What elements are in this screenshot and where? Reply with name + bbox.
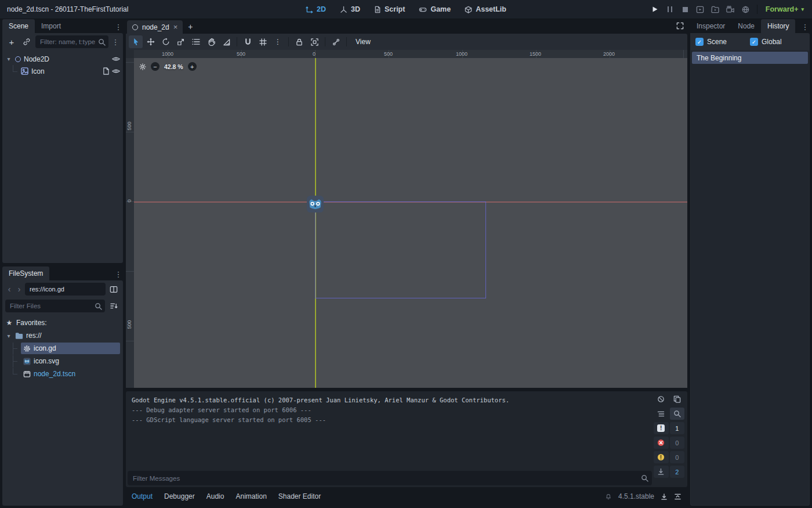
tree-row-node2d[interactable]: ▾ Node2D [2, 53, 123, 65]
play-scene-button[interactable] [694, 3, 707, 16]
play-button[interactable] [648, 3, 662, 16]
smart-snap-toggle[interactable] [241, 35, 255, 48]
history-item-the-beginning[interactable]: The Beginning [692, 52, 808, 64]
rotate-tool-button[interactable] [159, 35, 173, 48]
move-tool-button[interactable] [144, 35, 158, 48]
collapse-caret-icon[interactable]: ▾ [5, 56, 12, 62]
bottom-tab-shader-editor[interactable]: Shader Editor [278, 492, 321, 500]
filter-messages-toggle[interactable]: 2 [654, 466, 685, 478]
instantiate-scene-button[interactable] [20, 35, 33, 48]
filesystem-dock-menu-button[interactable]: ⋮ [114, 268, 123, 280]
bottom-tab-audio[interactable]: Audio [206, 492, 224, 500]
search-output-button[interactable] [670, 408, 684, 420]
favorites-row[interactable]: ★ Favorites: [2, 316, 123, 329]
workspace-tab-script[interactable]: Script [369, 3, 410, 16]
canvas-area[interactable]: − 42.8 % + [134, 58, 687, 388]
tab-filesystem[interactable]: FileSystem [2, 266, 49, 280]
pause-button[interactable] [664, 3, 677, 16]
script-icon [374, 6, 381, 13]
snapping-options-button[interactable]: ⋮ [271, 35, 285, 48]
top-ruler: 1000 500 0 500 1000 1500 2000 [134, 50, 687, 58]
remote-debug-button[interactable] [739, 3, 752, 16]
toggle-distraction-free-button[interactable] [676, 22, 684, 30]
select-tool-button[interactable] [129, 35, 143, 48]
tab-import[interactable]: Import [35, 19, 67, 33]
workspace-tab-game[interactable]: Game [414, 3, 456, 16]
scene-toolbar-menu-button[interactable]: ⋮ [111, 35, 120, 48]
group-node-button[interactable] [307, 35, 321, 48]
pan-tool-button[interactable] [204, 35, 218, 48]
tree-guide [13, 355, 18, 368]
filter-files-input[interactable] [5, 300, 105, 312]
sort-files-button[interactable] [107, 300, 120, 312]
view-menu-button[interactable]: View [350, 37, 376, 47]
collapse-caret-icon[interactable]: ▾ [5, 333, 12, 339]
scene-toolbar: + ⋮ [2, 33, 123, 51]
search-icon [673, 410, 681, 417]
tab-node[interactable]: Node [731, 19, 761, 33]
movie-maker-button[interactable] [724, 3, 737, 16]
copy-output-button[interactable] [670, 393, 684, 405]
toggle-split-mode-button[interactable] [107, 283, 120, 296]
tab-inspector[interactable]: Inspector [690, 19, 731, 33]
center-view-icon[interactable] [139, 63, 146, 70]
2d-viewport[interactable]: 1000 500 0 500 1000 1500 2000 500 0 500 [126, 50, 687, 388]
scene-history-checkbox[interactable]: ✓ Scene [695, 38, 750, 46]
zoom-out-button[interactable]: − [151, 62, 160, 71]
right-dock-menu-button[interactable]: ⋮ [800, 20, 810, 33]
zoom-level[interactable]: 42.8 % [164, 63, 183, 70]
file-row-icon-gd[interactable]: icon.gd [2, 342, 123, 355]
skeleton-options-button[interactable] [329, 35, 343, 48]
tree-row-icon[interactable]: Icon [2, 65, 123, 77]
close-tab-icon[interactable]: × [173, 23, 178, 31]
collapse-duplicates-button[interactable] [654, 408, 668, 420]
scale-tool-button[interactable] [174, 35, 188, 48]
project-viewport-rect [315, 201, 486, 298]
history-forward-button[interactable]: › [15, 284, 23, 294]
scene-tab-node2d[interactable]: node_2d × [127, 20, 183, 34]
tab-history[interactable]: History [761, 19, 795, 33]
movie-maker-icon [726, 6, 734, 13]
file-row-node2d-tscn[interactable]: node_2d.tscn [2, 368, 123, 380]
lock-node-button[interactable] [292, 35, 306, 48]
tab-scene[interactable]: Scene [2, 19, 35, 33]
history-back-button[interactable]: ‹ [5, 284, 13, 294]
scene-dock-tabs: Scene Import ⋮ [2, 19, 123, 33]
workspace-tab-2d[interactable]: 2D [300, 3, 331, 16]
visibility-eye-icon[interactable] [112, 56, 120, 62]
global-history-checkbox[interactable]: ✓ Global [750, 38, 804, 46]
res-root-row[interactable]: ▾ res:// [2, 329, 123, 342]
grid-snap-toggle[interactable] [256, 35, 270, 48]
expand-icon [676, 22, 684, 30]
scene-dock-menu-button[interactable]: ⋮ [114, 20, 123, 33]
sort-icon [110, 302, 118, 309]
file-row-icon-svg[interactable]: icon.svg [2, 355, 123, 368]
expand-bottom-panel-icon[interactable] [674, 493, 682, 500]
filter-warnings-toggle[interactable]: 0 [654, 451, 685, 463]
icon-sprite[interactable] [306, 195, 324, 213]
bottom-tab-animation[interactable]: Animation [235, 492, 266, 500]
bottom-tab-debugger[interactable]: Debugger [164, 492, 195, 500]
float-panel-icon[interactable] [661, 493, 668, 500]
visibility-eye-icon[interactable] [112, 68, 120, 74]
clear-output-button[interactable] [654, 393, 668, 405]
ruler-tool-button[interactable] [219, 35, 233, 48]
add-node-button[interactable]: + [5, 35, 18, 48]
play-custom-scene-button[interactable] [709, 3, 722, 16]
notifications-bell-icon[interactable] [605, 493, 612, 500]
workspace-tab-assetlib[interactable]: AssetLib [459, 3, 512, 16]
renderer-dropdown[interactable]: Forward+ ▾ [762, 3, 807, 15]
bottom-tab-output[interactable]: Output [132, 492, 153, 500]
attached-script-icon[interactable] [103, 67, 109, 75]
scene-tab-icon [132, 24, 138, 30]
list-select-button[interactable] [189, 35, 203, 48]
important-icon: ! [657, 424, 665, 432]
filter-important-toggle[interactable]: ! 1 [654, 422, 685, 434]
current-path-field[interactable] [25, 283, 106, 296]
stop-button[interactable] [679, 3, 692, 16]
zoom-in-button[interactable]: + [188, 62, 197, 71]
workspace-tab-3d[interactable]: 3D [335, 3, 365, 16]
filter-errors-toggle[interactable]: 0 [654, 437, 685, 449]
new-scene-tab-button[interactable]: + [184, 21, 196, 33]
filter-messages-input[interactable] [128, 471, 652, 485]
